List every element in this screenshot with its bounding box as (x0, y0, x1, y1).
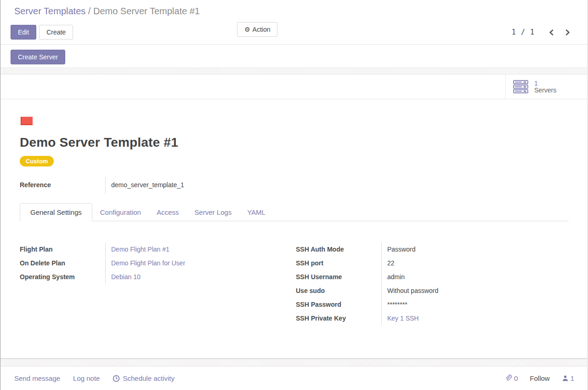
breadcrumb: Server Templates / Demo Server Template … (0, 0, 588, 20)
use-sudo-label: Use sudo (296, 284, 381, 298)
follow-button[interactable]: Follow (530, 374, 549, 382)
tab-general-settings[interactable]: General Settings (20, 203, 92, 221)
control-panel: Server Templates / Demo Server Template … (0, 0, 588, 45)
ssh-private-key-value[interactable]: Key 1 SSH (387, 311, 438, 325)
tab-configuration[interactable]: Configuration (92, 204, 149, 221)
button-box: 1 Servers (0, 75, 588, 99)
control-buttons-row: Edit Create ⚙Action 1 / 1 (0, 20, 588, 43)
action-button-label: Action (253, 26, 271, 33)
log-note-link[interactable]: Log note (73, 374, 100, 382)
ssh-password-value: ******** (387, 298, 438, 311)
edit-button[interactable]: Edit (11, 25, 36, 40)
background-strip-top (0, 68, 588, 75)
attachment-count: 0 (514, 374, 518, 382)
action-bar: Create Server (0, 45, 588, 68)
pager-value: 1 / 1 (512, 28, 535, 36)
create-button[interactable]: Create (39, 25, 73, 40)
tab-yaml[interactable]: YAML (239, 204, 273, 221)
on-delete-plan-value[interactable]: Demo Flight Plan for User (111, 256, 185, 270)
reference-label: Reference (20, 177, 105, 194)
followers-button[interactable]: 1 (562, 374, 574, 382)
paperclip-icon (504, 374, 512, 382)
send-message-link[interactable]: Send message (14, 374, 60, 382)
tab-access[interactable]: Access (149, 204, 187, 221)
ssh-username-value: admin (387, 270, 438, 284)
ssh-private-key-label: SSH Private Key (296, 311, 381, 325)
schedule-activity-link[interactable]: Schedule activity (113, 374, 175, 382)
breadcrumb-current: Demo Server Template #1 (93, 6, 200, 16)
schedule-activity-label: Schedule activity (123, 374, 175, 382)
flight-plan-label: Flight Plan (20, 242, 105, 256)
breadcrumb-parent-link[interactable]: Server Templates (14, 6, 85, 16)
record-title: Demo Server Template #1 (20, 135, 569, 150)
action-button[interactable]: ⚙Action (237, 22, 277, 37)
record-image[interactable] (20, 116, 34, 126)
servers-stat-button[interactable]: 1 Servers (505, 75, 588, 99)
servers-stat-count: 1 (534, 80, 556, 87)
ssh-auth-mode-value: Password (387, 242, 438, 256)
tab-server-logs[interactable]: Server Logs (187, 204, 239, 221)
flight-plan-value[interactable]: Demo Flight Plan #1 (111, 242, 185, 256)
use-sudo-value: Without password (387, 284, 438, 298)
pager-previous-button[interactable] (545, 27, 558, 38)
ssh-password-label: SSH Password (296, 298, 381, 311)
pager: 1 / 1 (512, 27, 574, 38)
breadcrumb-separator: / (88, 6, 93, 16)
create-server-button[interactable]: Create Server (11, 50, 65, 64)
ssh-auth-mode-label: SSH Auth Mode (296, 242, 381, 256)
tab-content-general-settings: Flight Plan On Delete Plan Operating Sys… (20, 221, 569, 325)
operating-system-value[interactable]: Debian 10 (111, 270, 185, 284)
clock-icon (113, 375, 120, 382)
sheet-body: Demo Server Template #1 Custom Reference… (0, 99, 588, 325)
background-strip-bottom (0, 359, 588, 367)
pager-next-button[interactable] (561, 27, 574, 38)
chatter-bar: Send message Log note Schedule activity … (0, 367, 588, 390)
reference-value: demo_server_template_1 (105, 177, 184, 194)
servers-icon (513, 80, 529, 93)
record-image-fill (21, 117, 33, 125)
ssh-port-value: 22 (387, 256, 438, 270)
attachments-button[interactable]: 0 (504, 374, 518, 382)
chevron-right-icon (565, 29, 571, 36)
form-sheet: 1 Servers Demo Server Template #1 Custom… (0, 75, 588, 359)
ssh-username-label: SSH Username (296, 270, 381, 284)
ssh-port-label: SSH port (296, 256, 381, 270)
follower-count: 1 (571, 374, 574, 382)
reference-field-row: Reference demo_server_template_1 (20, 177, 569, 194)
notebook-tabs: General Settings Configuration Access Se… (20, 203, 569, 221)
servers-stat-label: Servers (534, 87, 556, 94)
on-delete-plan-label: On Delete Plan (20, 256, 105, 270)
field-group-right: SSH Auth Mode SSH port SSH Username Use … (296, 242, 569, 325)
tag-badge: Custom (20, 156, 54, 166)
field-group-left: Flight Plan On Delete Plan Operating Sys… (20, 242, 296, 284)
operating-system-label: Operating System (20, 270, 105, 284)
person-icon (562, 375, 569, 382)
chevron-left-icon (548, 29, 554, 36)
gear-icon: ⚙ (244, 26, 250, 33)
